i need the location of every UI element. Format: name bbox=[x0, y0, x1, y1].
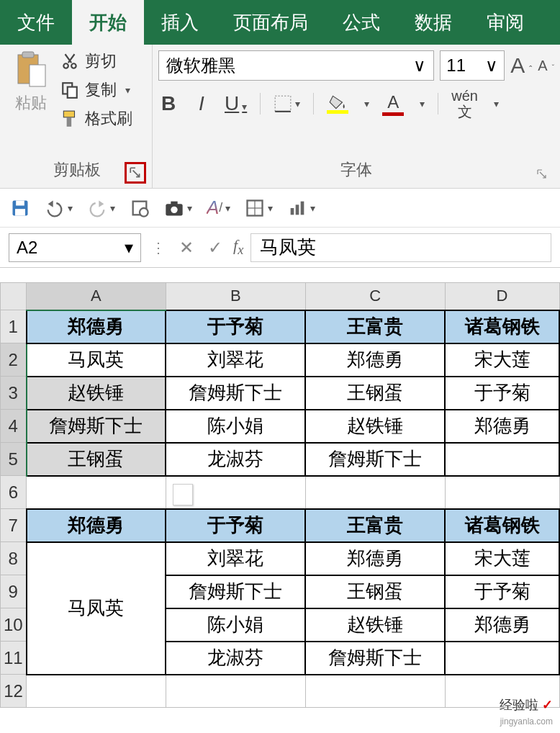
cell[interactable]: 于予菊 bbox=[166, 509, 305, 542]
chevron-down-icon[interactable]: ▾ bbox=[125, 84, 130, 96]
cell[interactable]: 陈小娟 bbox=[166, 410, 305, 443]
cell[interactable]: 郑德勇 bbox=[27, 509, 166, 542]
screenshot-button[interactable]: ▾ bbox=[164, 198, 192, 218]
cell[interactable]: 王富贵 bbox=[305, 310, 445, 343]
row-header[interactable]: 8 bbox=[1, 542, 27, 575]
column-header[interactable]: D bbox=[445, 283, 559, 310]
font-color-button[interactable]: A bbox=[382, 92, 404, 116]
cell[interactable]: 郑德勇 bbox=[27, 310, 166, 343]
cell[interactable] bbox=[305, 675, 445, 708]
paste-options-icon[interactable] bbox=[173, 484, 193, 505]
cell[interactable]: 詹姆斯下士 bbox=[305, 642, 445, 675]
chart-button[interactable]: ▾ bbox=[287, 198, 315, 218]
cell[interactable]: 马凤英 bbox=[27, 343, 166, 377]
cell[interactable]: 龙淑芬 bbox=[166, 642, 305, 675]
tab-formula[interactable]: 公式 bbox=[325, 0, 397, 45]
cell[interactable]: 王钢蛋 bbox=[27, 443, 166, 476]
copy-button[interactable]: 复制▾ bbox=[60, 79, 132, 101]
undo-button[interactable]: ▾ bbox=[45, 198, 73, 218]
font-name-select[interactable]: 微软雅黑 ∨ bbox=[158, 50, 434, 81]
row-header[interactable]: 1 bbox=[1, 310, 27, 343]
column-header[interactable]: C bbox=[305, 283, 445, 310]
cell[interactable]: 马凤英 bbox=[27, 542, 166, 675]
cell[interactable]: 刘翠花 bbox=[166, 542, 305, 575]
fill-color-button[interactable] bbox=[327, 94, 348, 114]
row-header[interactable]: 9 bbox=[1, 575, 27, 608]
cell[interactable] bbox=[27, 476, 166, 509]
clipboard-launcher-icon[interactable] bbox=[125, 162, 146, 184]
cell[interactable]: 赵铁锤 bbox=[305, 410, 445, 443]
cancel-icon[interactable]: ✕ bbox=[176, 238, 197, 258]
tab-file[interactable]: 文件 bbox=[0, 0, 72, 45]
cell[interactable]: 王富贵 bbox=[305, 509, 445, 542]
cell[interactable]: 诸葛钢铁 bbox=[445, 310, 559, 343]
cell[interactable]: 宋大莲 bbox=[445, 542, 559, 575]
row-header[interactable]: 11 bbox=[1, 642, 27, 675]
print-preview-button[interactable] bbox=[130, 198, 150, 218]
row-header[interactable]: 7 bbox=[1, 509, 27, 542]
row-header[interactable]: 2 bbox=[1, 343, 27, 377]
save-button[interactable] bbox=[10, 198, 30, 218]
bold-button[interactable]: B bbox=[158, 92, 179, 115]
row-header[interactable]: 4 bbox=[1, 410, 27, 443]
tab-data[interactable]: 数据 bbox=[397, 0, 469, 45]
fx-icon[interactable]: fx bbox=[233, 236, 243, 258]
row-header[interactable]: 12 bbox=[1, 675, 27, 708]
cell[interactable]: 詹姆斯下士 bbox=[305, 443, 445, 476]
redo-button[interactable]: ▾ bbox=[87, 198, 115, 218]
column-header[interactable]: A bbox=[27, 283, 166, 310]
grid[interactable]: ABCD1郑德勇于予菊王富贵诸葛钢铁2马凤英刘翠花郑德勇宋大莲3赵铁锤詹姆斯下士… bbox=[0, 282, 560, 708]
cell[interactable]: 赵铁锤 bbox=[305, 608, 445, 642]
cell[interactable]: 郑德勇 bbox=[305, 542, 445, 575]
cell[interactable]: 詹姆斯下士 bbox=[166, 377, 305, 410]
chevron-down-icon[interactable]: ▾ bbox=[364, 98, 369, 109]
underline-button[interactable]: U▾ bbox=[225, 92, 247, 115]
row-header[interactable]: 6 bbox=[1, 476, 27, 509]
cell[interactable] bbox=[445, 443, 559, 476]
cell[interactable]: 郑德勇 bbox=[445, 608, 559, 642]
cell[interactable]: 赵铁锤 bbox=[27, 377, 166, 410]
cell[interactable]: 詹姆斯下士 bbox=[166, 575, 305, 608]
italic-button[interactable]: I bbox=[191, 92, 212, 115]
cell[interactable]: 王钢蛋 bbox=[305, 377, 445, 410]
resize-handle[interactable]: ⋮ bbox=[148, 239, 168, 256]
cell[interactable]: 王钢蛋 bbox=[305, 575, 445, 608]
cell[interactable]: 于予菊 bbox=[445, 575, 559, 608]
tab-home[interactable]: 开始 bbox=[72, 0, 144, 45]
row-header[interactable]: 10 bbox=[1, 608, 27, 642]
enter-icon[interactable]: ✓ bbox=[204, 238, 226, 258]
font-style-button[interactable]: A/▾ bbox=[207, 197, 230, 219]
row-header[interactable]: 5 bbox=[1, 443, 27, 476]
cell[interactable]: 郑德勇 bbox=[305, 343, 445, 377]
cell[interactable] bbox=[27, 675, 166, 708]
cell[interactable]: 陈小娟 bbox=[166, 608, 305, 642]
cell[interactable]: 诸葛钢铁 bbox=[445, 509, 559, 542]
increase-font-button[interactable]: Aˆ bbox=[510, 53, 532, 78]
border-button[interactable]: ▾ bbox=[274, 94, 300, 113]
select-all-corner[interactable] bbox=[1, 283, 27, 310]
cell[interactable] bbox=[305, 476, 445, 509]
cell[interactable]: 郑德勇 bbox=[445, 410, 559, 443]
decrease-font-button[interactable]: Aˇ bbox=[538, 58, 554, 74]
font-launcher-icon[interactable] bbox=[534, 166, 550, 182]
chevron-down-icon[interactable]: ▾ bbox=[420, 98, 425, 109]
cell[interactable]: 于予菊 bbox=[166, 310, 305, 343]
name-box[interactable]: A2 ▾ bbox=[9, 233, 141, 262]
phonetic-button[interactable]: wén文 bbox=[451, 88, 478, 120]
format-painter-button[interactable]: 格式刷 bbox=[60, 108, 132, 130]
tab-insert[interactable]: 插入 bbox=[144, 0, 216, 45]
paste-button[interactable]: 粘贴 bbox=[6, 50, 56, 130]
cell[interactable]: 宋大莲 bbox=[445, 343, 559, 377]
cell[interactable]: 詹姆斯下士 bbox=[27, 410, 166, 443]
tab-layout[interactable]: 页面布局 bbox=[216, 0, 325, 45]
cell[interactable]: 刘翠花 bbox=[166, 343, 305, 377]
formula-input[interactable]: 马凤英 bbox=[250, 233, 551, 262]
column-header[interactable]: B bbox=[166, 283, 305, 310]
chevron-down-icon[interactable]: ▾ bbox=[494, 98, 499, 109]
cell[interactable]: 龙淑芬 bbox=[166, 443, 305, 476]
cell[interactable] bbox=[166, 675, 305, 708]
tab-review[interactable]: 审阅 bbox=[469, 0, 541, 45]
border-all-button[interactable]: ▾ bbox=[245, 198, 273, 218]
cell[interactable] bbox=[445, 642, 559, 675]
cut-button[interactable]: 剪切 bbox=[60, 50, 132, 72]
